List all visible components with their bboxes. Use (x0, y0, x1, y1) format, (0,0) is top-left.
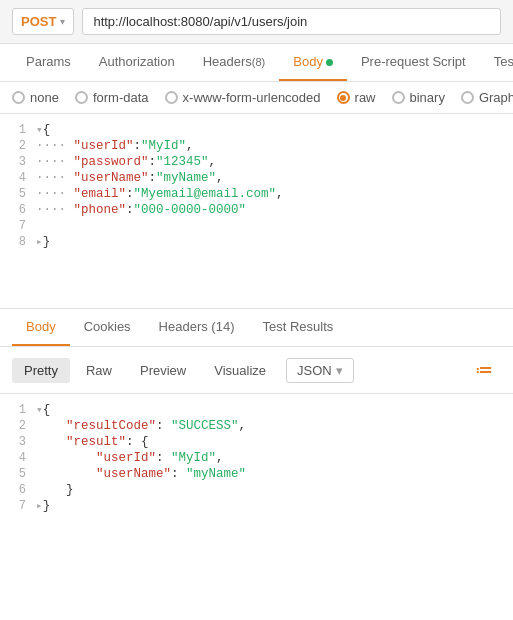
resp-line-6: 6 } (0, 482, 513, 498)
resp-tab-headers[interactable]: Headers (14) (145, 309, 249, 346)
body-type-formdata[interactable]: form-data (75, 90, 149, 105)
format-pretty[interactable]: Pretty (12, 358, 70, 383)
radio-graphql (461, 91, 474, 104)
method-selector[interactable]: POST ▾ (12, 8, 74, 35)
filter-icon[interactable]: ≔ (467, 355, 501, 385)
fold-icon-resp-close: ▸ (36, 500, 43, 512)
resp-tab-cookies[interactable]: Cookies (70, 309, 145, 346)
radio-none (12, 91, 25, 104)
response-section: Body Cookies Headers (14) Test Results P… (0, 309, 513, 554)
resp-tab-testresults[interactable]: Test Results (248, 309, 347, 346)
resp-line-3: 3 "result": { (0, 434, 513, 450)
format-raw[interactable]: Raw (74, 358, 124, 383)
body-type-bar: none form-data x-www-form-urlencoded raw… (0, 82, 513, 114)
radio-urlencoded (165, 91, 178, 104)
method-chevron-icon: ▾ (60, 16, 65, 27)
radio-formdata (75, 91, 88, 104)
req-line-5: 5 ···· "email":"Myemail@email.com", (0, 186, 513, 202)
json-chevron-icon: ▾ (336, 363, 343, 378)
req-line-6: 6 ···· "phone":"000-0000-0000" (0, 202, 513, 218)
response-body-editor: 1 ▾{ 2 "resultCode": "SUCCESS", 3 "resul… (0, 394, 513, 554)
resp-tab-body[interactable]: Body (12, 309, 70, 346)
tab-prerequest[interactable]: Pre-request Script (347, 44, 480, 81)
resp-line-1: 1 ▾{ (0, 402, 513, 418)
resp-line-4: 4 "userId": "MyId", (0, 450, 513, 466)
req-line-8: 8 ▸} (0, 234, 513, 250)
body-type-none[interactable]: none (12, 90, 59, 105)
req-line-1: 1 ▾{ (0, 122, 513, 138)
request-body-editor[interactable]: 1 ▾{ 2 ···· "userId":"MyId", 3 ···· "pas… (0, 114, 513, 309)
tab-body[interactable]: Body (279, 44, 347, 81)
resp-line-5: 5 "userName": "myName" (0, 466, 513, 482)
fold-icon: ▾ (36, 124, 43, 136)
tab-authorization[interactable]: Authorization (85, 44, 189, 81)
body-type-urlencoded[interactable]: x-www-form-urlencoded (165, 90, 321, 105)
req-line-7: 7 (0, 218, 513, 234)
body-active-dot (326, 59, 333, 66)
req-line-3: 3 ···· "password":"12345", (0, 154, 513, 170)
req-line-4: 4 ···· "userName":"myName", (0, 170, 513, 186)
method-label: POST (21, 14, 56, 29)
tab-params[interactable]: Params (12, 44, 85, 81)
response-format-bar: Pretty Raw Preview Visualize JSON ▾ ≔ (0, 347, 513, 394)
json-type-selector[interactable]: JSON ▾ (286, 358, 354, 383)
url-input[interactable] (82, 8, 501, 35)
body-type-graphql[interactable]: GraphQL (461, 90, 513, 105)
radio-raw (337, 91, 350, 104)
nav-tabs: Params Authorization Headers(8) Body Pre… (0, 44, 513, 82)
format-visualize[interactable]: Visualize (202, 358, 278, 383)
resp-line-2: 2 "resultCode": "SUCCESS", (0, 418, 513, 434)
fold-icon-2: ▸ (36, 236, 43, 248)
tab-tests[interactable]: Tests (480, 44, 513, 81)
req-line-2: 2 ···· "userId":"MyId", (0, 138, 513, 154)
tab-headers[interactable]: Headers(8) (189, 44, 280, 81)
fold-icon-resp: ▾ (36, 404, 43, 416)
request-bar: POST ▾ (0, 0, 513, 44)
response-tabs: Body Cookies Headers (14) Test Results (0, 309, 513, 347)
body-type-binary[interactable]: binary (392, 90, 445, 105)
format-preview[interactable]: Preview (128, 358, 198, 383)
radio-binary (392, 91, 405, 104)
resp-line-7: 7 ▸} (0, 498, 513, 514)
body-type-raw[interactable]: raw (337, 90, 376, 105)
